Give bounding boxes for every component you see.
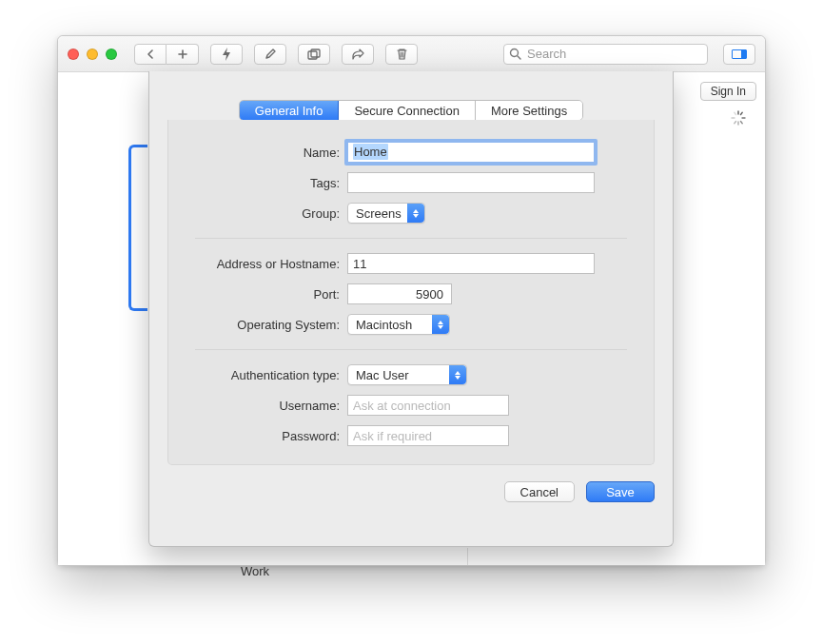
svg-line-8: [735, 122, 736, 124]
sidebar-icon: [732, 49, 747, 59]
edit-button[interactable]: [254, 44, 286, 65]
toggle-sidebar-button[interactable]: [723, 44, 755, 65]
os-select-value: Macintosh: [356, 318, 412, 332]
loading-spinner: [731, 110, 746, 126]
updown-icon: [407, 204, 424, 223]
os-label: Operating System:: [195, 318, 347, 332]
svg-line-10: [735, 112, 736, 114]
os-select[interactable]: Macintosh: [347, 314, 450, 335]
password-label: Password:: [195, 429, 347, 443]
username-input[interactable]: [347, 395, 509, 416]
selected-screen-thumbnail[interactable]: [128, 145, 147, 311]
sign-in-button[interactable]: Sign In: [700, 82, 756, 101]
address-input[interactable]: [347, 253, 595, 274]
tags-label: Tags:: [195, 176, 347, 190]
windows-icon: [307, 49, 321, 60]
updown-icon: [449, 365, 466, 384]
connect-button[interactable]: [210, 44, 243, 65]
main-window: Sign In Work Gener: [57, 35, 766, 566]
svg-point-2: [511, 49, 519, 56]
nav-group: [134, 44, 199, 65]
tab-secure-connection[interactable]: Secure Connection: [339, 101, 476, 120]
updown-icon: [432, 315, 449, 334]
minimize-window-button[interactable]: [87, 49, 98, 60]
bolt-icon: [222, 48, 231, 61]
name-label: Name:: [195, 146, 347, 160]
windows-button[interactable]: [298, 44, 330, 65]
toolbar: [58, 36, 765, 72]
name-input[interactable]: Home: [347, 142, 595, 163]
form-panel: Name: Home Tags: Group: Screens: [167, 120, 655, 465]
username-label: Username:: [195, 399, 347, 413]
tabs: General Info Secure Connection More Sett…: [239, 100, 583, 121]
name-field-wrap: Home: [347, 142, 595, 163]
port-input[interactable]: [347, 283, 452, 304]
tab-more-settings[interactable]: More Settings: [476, 101, 582, 120]
group-label-work: Work: [241, 564, 269, 578]
plus-icon: [177, 49, 188, 60]
group-select-value: Screens: [356, 206, 402, 221]
close-window-button[interactable]: [68, 49, 79, 60]
search-icon: [509, 48, 521, 60]
chevron-left-icon: [147, 49, 154, 59]
svg-rect-1: [311, 49, 320, 57]
content-area: Sign In Work Gener: [58, 72, 765, 565]
group-select[interactable]: Screens: [347, 203, 425, 224]
tags-input[interactable]: [347, 172, 595, 193]
cancel-button[interactable]: Cancel: [504, 481, 575, 502]
sheet-footer: Cancel Save: [149, 466, 673, 502]
divider: [195, 238, 627, 239]
traffic-lights: [68, 49, 117, 60]
add-button[interactable]: [167, 44, 199, 65]
search-field[interactable]: [503, 44, 708, 65]
trash-icon: [397, 48, 407, 60]
svg-line-6: [741, 122, 743, 124]
port-label: Port:: [195, 287, 347, 302]
group-label: Group:: [195, 206, 347, 221]
back-button[interactable]: [134, 44, 167, 65]
svg-rect-0: [308, 51, 317, 59]
save-button[interactable]: Save: [586, 481, 655, 502]
tabs-row: General Info Secure Connection More Sett…: [149, 100, 673, 121]
search-input[interactable]: [503, 44, 708, 65]
tab-general-info[interactable]: General Info: [240, 101, 340, 120]
password-input[interactable]: [347, 425, 509, 446]
auth-type-select-value: Mac User: [356, 368, 409, 382]
name-value: Home: [353, 144, 388, 160]
auth-type-label: Authentication type:: [195, 368, 347, 382]
pencil-icon: [265, 48, 277, 60]
divider: [195, 349, 627, 350]
address-label: Address or Hostname:: [195, 257, 347, 271]
share-button[interactable]: [342, 44, 374, 65]
delete-button[interactable]: [385, 44, 418, 65]
svg-line-4: [741, 112, 743, 114]
zoom-window-button[interactable]: [106, 49, 117, 60]
settings-sheet: General Info Secure Connection More Sett…: [148, 71, 674, 547]
share-icon: [351, 49, 364, 60]
vertical-divider: [467, 548, 468, 565]
auth-type-select[interactable]: Mac User: [347, 364, 467, 385]
